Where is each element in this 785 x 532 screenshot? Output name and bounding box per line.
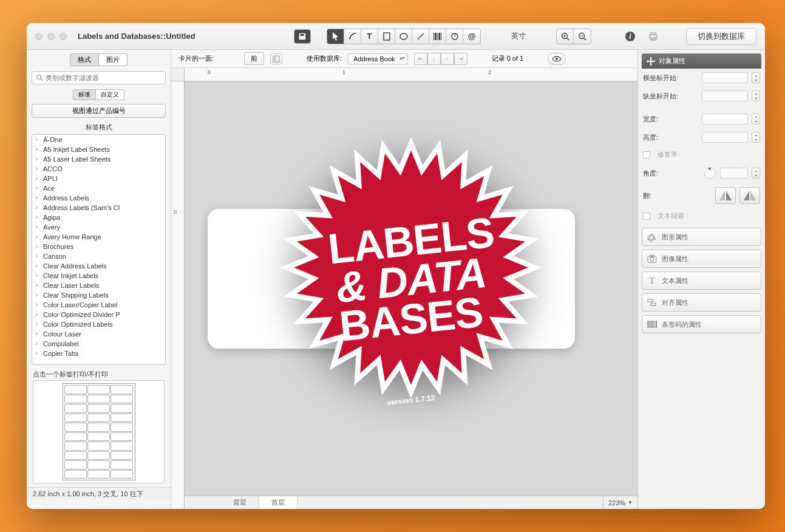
layer-bar: 背层 首层 223%▼ [185, 496, 637, 509]
list-item[interactable]: Ace [32, 183, 165, 193]
angle-dial[interactable] [703, 166, 716, 180]
layer-back[interactable]: 背层 [221, 496, 259, 509]
image-props-accordion[interactable]: 图像属性 [642, 250, 761, 268]
left-sidebar: 格式 图片 标准 自定义 视图通过产品编号 标签格式 A-OneA5 Inkje… [27, 50, 171, 509]
flip-vertical-button[interactable] [739, 187, 760, 204]
zoom-window-button[interactable] [59, 33, 67, 40]
list-item[interactable]: Colour Laser [32, 329, 165, 339]
height-input[interactable] [702, 132, 748, 143]
zoom-in-button[interactable] [557, 29, 574, 44]
view-by-product-button[interactable]: 视图通过产品编号 [32, 104, 166, 118]
tab-image[interactable]: 图片 [99, 53, 127, 66]
search-field[interactable] [32, 71, 166, 84]
x-start-input[interactable] [702, 72, 748, 83]
list-item[interactable]: Color Optimized Divider P [32, 310, 165, 319]
switch-to-database-button[interactable]: 切换到数据库 [686, 28, 756, 45]
tool-group: T @ [327, 29, 481, 44]
text-tool[interactable]: T [361, 29, 378, 44]
canvas-area: 0 1 2 0 LABELS & DATA [171, 68, 637, 509]
db-select-value: Address Book [353, 55, 395, 63]
list-item[interactable]: Agipa [32, 213, 165, 222]
minimize-window-button[interactable] [47, 33, 55, 40]
counter-tool[interactable] [446, 29, 463, 44]
list-item[interactable]: Color Optimized Labels [32, 319, 165, 329]
shape-props-accordion[interactable]: 图形属性 [642, 228, 761, 246]
list-item[interactable]: A5 Laser Label Sheets [32, 154, 165, 164]
width-stepper[interactable]: ▴▾ [752, 114, 760, 124]
x-start-label: 横坐标开始: [643, 73, 698, 83]
list-item[interactable]: ACCO [32, 164, 165, 174]
record-nav: ⇤ ↓ ↑ ⇥ [414, 53, 467, 65]
zoom-display[interactable]: 223%▼ [603, 496, 637, 509]
height-stepper[interactable]: ▴▾ [752, 132, 760, 143]
zoom-out-button[interactable] [574, 29, 591, 44]
list-item[interactable]: A-One [32, 135, 165, 145]
list-item[interactable]: Clear Address Labels [32, 261, 165, 271]
flip-horizontal-button[interactable] [715, 187, 736, 204]
list-item[interactable]: Compulabel [32, 339, 165, 349]
angle-input[interactable] [720, 168, 748, 179]
last-record-button[interactable]: ⇥ [454, 53, 467, 65]
canvas[interactable]: LABELS & DATA BASES version 1.7.12 [185, 81, 637, 496]
list-item[interactable]: Color Laser/Copier Label [32, 300, 165, 310]
prev-record-button[interactable]: ↓ [427, 53, 441, 65]
list-item[interactable]: Clear Laser Labels [32, 281, 165, 290]
list-item[interactable]: Avery [32, 222, 165, 232]
rect-tool[interactable] [378, 29, 395, 44]
mini-tab-standard[interactable]: 标准 [73, 89, 96, 100]
first-record-button[interactable]: ⇤ [414, 53, 427, 65]
next-record-button[interactable]: ↑ [441, 53, 454, 65]
barcode-icon [647, 319, 657, 329]
svg-rect-39 [653, 321, 654, 328]
list-item[interactable]: Copier Tabs [32, 349, 165, 358]
ruler-horizontal: 0 1 2 [185, 68, 637, 81]
width-input[interactable] [702, 114, 748, 124]
list-item[interactable]: A5 Inkjet Label Sheets [32, 145, 165, 154]
preview-toggle[interactable] [548, 53, 566, 65]
list-item[interactable]: Address Labels (Sam's Cl [32, 203, 165, 213]
list-item[interactable]: Address Labels [32, 193, 165, 203]
list-item[interactable]: APLI [32, 174, 165, 183]
info-icon[interactable]: i [622, 29, 639, 44]
layer-front[interactable]: 首层 [259, 496, 297, 509]
list-item[interactable]: Canson [32, 251, 165, 261]
barcode-props-accordion[interactable]: 条形码的属性 [642, 315, 761, 333]
list-item[interactable]: Avery Home Range [32, 232, 165, 242]
ellipse-tool[interactable] [395, 29, 412, 44]
text-props-accordion[interactable]: T文本属性 [642, 271, 761, 290]
save-icon-button[interactable] [294, 29, 311, 44]
line-tool[interactable] [412, 29, 429, 44]
db-select[interactable]: Address Book ▴▾ [348, 53, 407, 64]
tab-format[interactable]: 格式 [70, 53, 99, 66]
repair-checkbox[interactable] [643, 151, 650, 159]
at-tool[interactable]: @ [463, 29, 480, 44]
label-sheet-preview[interactable] [33, 380, 165, 483]
x-start-stepper[interactable]: ▴▾ [752, 72, 760, 83]
list-title: 标签格式 [27, 120, 171, 134]
arc-tool[interactable] [344, 29, 361, 44]
pointer-tool[interactable] [327, 29, 344, 44]
print-icon[interactable] [645, 29, 662, 44]
close-window-button[interactable] [35, 33, 42, 40]
object-props-header[interactable]: 对象属性 [642, 53, 761, 69]
svg-rect-25 [273, 56, 276, 62]
barcode-tool[interactable] [429, 29, 446, 44]
y-start-input[interactable] [702, 90, 748, 101]
svg-rect-7 [439, 33, 440, 40]
main-area: 卡片的一面: 前 使用数据库: Address Book ▴▾ ⇤ ↓ ↑ ⇥ … [171, 50, 637, 509]
unit-label[interactable]: 英寸 [511, 31, 526, 41]
width-label: 宽度: [643, 115, 698, 124]
label-format-list[interactable]: A-OneA5 Inkjet Label SheetsA5 Laser Labe… [32, 135, 165, 364]
angle-stepper[interactable]: ▴▾ [752, 168, 760, 179]
text-wrap-checkbox[interactable] [643, 213, 650, 220]
search-input[interactable] [46, 74, 161, 81]
y-start-stepper[interactable]: ▴▾ [752, 90, 760, 101]
svg-rect-20 [651, 33, 656, 35]
mini-tab-custom[interactable]: 自定义 [96, 89, 124, 100]
list-item[interactable]: Clear Shipping Labels [32, 290, 165, 300]
list-item[interactable]: Brochures [32, 242, 165, 251]
front-button[interactable]: 前 [244, 52, 264, 65]
align-props-accordion[interactable]: 对齐属性 [642, 293, 761, 312]
list-item[interactable]: Clear Inkjet Labels [32, 271, 165, 281]
back-side-button[interactable] [270, 53, 282, 64]
